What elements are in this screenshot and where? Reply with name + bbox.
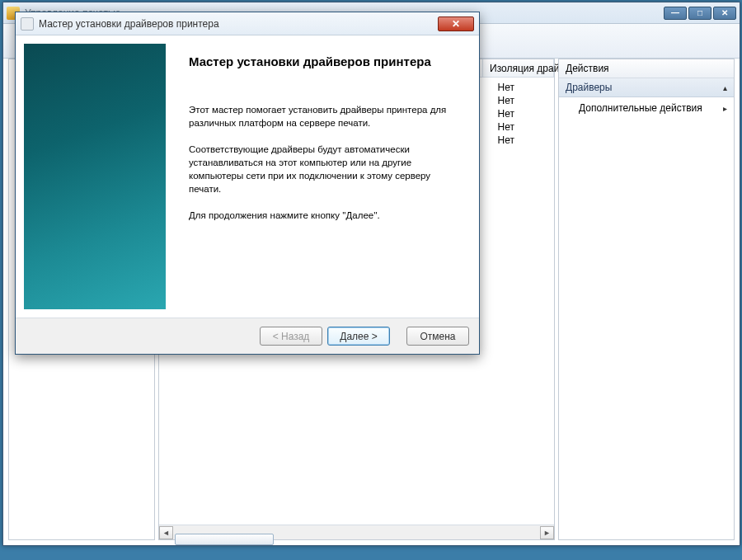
collapse-icon: ▴ [723,83,727,92]
maximize-icon: □ [697,9,702,17]
close-button[interactable]: ✕ [713,7,736,20]
actions-item-label: Дополнительные действия [579,102,702,114]
wizard-heading: Мастер установки драйверов принтера [189,54,456,70]
actions-panel: Действия Драйверы ▴ Дополнительные дейст… [558,59,735,540]
col-isolation[interactable]: Изоляция драй [483,59,554,77]
wizard-sidebar-image [24,44,166,309]
scrollbar-thumb[interactable] [175,534,274,545]
cancel-button[interactable]: Отмена [406,327,469,346]
wizard-paragraph: Этот мастер помогает установить драйверы… [189,103,456,129]
actions-group-label: Драйверы [566,82,612,93]
horizontal-scrollbar[interactable]: ◄ ► [159,525,554,539]
minimize-icon: — [671,9,679,17]
actions-item-more[interactable]: Дополнительные действия ▸ [559,97,734,119]
next-button[interactable]: Далее > [327,327,390,346]
back-button: < Назад [260,327,322,346]
scroll-right-button[interactable]: ► [540,526,554,539]
wizard-close-button[interactable]: ✕ [438,16,474,31]
actions-group-drivers[interactable]: Драйверы ▴ [559,78,734,97]
chevron-right-icon: ▸ [723,104,727,113]
scroll-left-button[interactable]: ◄ [159,526,173,539]
wizard-title: Мастер установки драйверов принтера [39,18,219,30]
wizard-content: Мастер установки драйверов принтера Этот… [166,35,479,318]
close-icon: ✕ [452,18,460,30]
wizard-titlebar[interactable]: Мастер установки драйверов принтера ✕ [16,12,479,35]
wizard-paragraph: Соответствующие драйверы будут автоматич… [189,143,456,195]
actions-title: Действия [559,59,734,78]
minimize-button[interactable]: — [664,7,687,20]
wizard-body: Мастер установки драйверов принтера Этот… [16,35,479,318]
close-icon: ✕ [721,9,728,17]
maximize-button[interactable]: □ [688,7,711,20]
printer-small-icon [21,17,34,31]
wizard-paragraph: Для продолжения нажмите кнопку ''Далее''… [189,209,456,222]
driver-wizard-dialog: Мастер установки драйверов принтера ✕ Ма… [15,12,480,355]
wizard-footer: < Назад Далее > Отмена [16,318,479,354]
